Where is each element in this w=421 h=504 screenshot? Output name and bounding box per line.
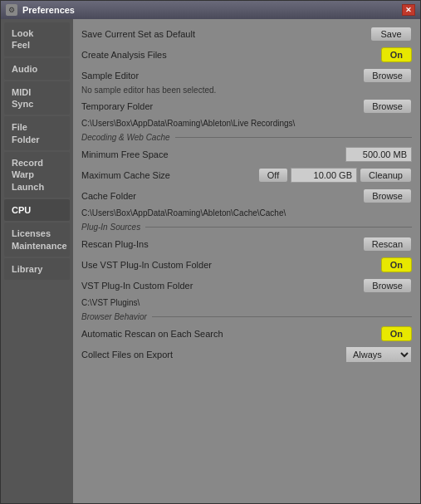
vst-folder-browse-button[interactable]: Browse [363, 278, 412, 293]
browser-behavior-divider: Browser Behavior [81, 312, 412, 321]
vst-folder-row: VST Plug-In Custom Folder Browse [81, 277, 412, 294]
sidebar-item-cpu[interactable]: CPU [4, 199, 70, 221]
create-analysis-label: Create Analysis Files [81, 50, 381, 60]
sidebar-item-midi[interactable]: MIDI Sync [4, 81, 70, 115]
sample-editor-label: Sample Editor [81, 71, 363, 81]
min-free-space-label: Minimum Free Space [81, 149, 345, 159]
max-cache-size-label: Maximum Cache Size [81, 170, 258, 180]
titlebar: ⚙ Preferences ✕ [1, 1, 420, 19]
save-current-label: Save Current Set as Default [81, 29, 370, 39]
rescan-button[interactable]: Rescan [363, 237, 412, 252]
decoding-section-label: Decoding & Web Cache [81, 133, 175, 142]
auto-rescan-row: Automatic Rescan on Each Search On [81, 325, 412, 342]
sidebar-item-library[interactable]: Library [4, 258, 70, 280]
collect-files-label: Collect Files on Export [81, 350, 345, 360]
max-cache-size-value: 10.00 GB [291, 168, 357, 183]
plugin-sources-divider: Plug-In Sources [81, 223, 412, 232]
collect-files-row: Collect Files on Export Always Ask Never [81, 346, 412, 363]
max-cache-size-row: Maximum Cache Size Off 10.00 GB Cleanup [81, 167, 412, 183]
cleanup-button[interactable]: Cleanup [360, 168, 412, 183]
save-current-row: Save Current Set as Default Save [81, 26, 412, 42]
close-button[interactable]: ✕ [402, 4, 415, 16]
cache-folder-label: Cache Folder [81, 191, 363, 201]
sidebar-item-licenses[interactable]: Licenses Maintenance [4, 223, 70, 257]
vst-folder-path: C:\VST Plugins\ [81, 298, 412, 307]
sample-editor-note: No sample editor has been selected. [81, 86, 412, 95]
browser-behavior-label: Browser Behavior [81, 312, 152, 321]
cache-folder-row: Cache Folder Browse [81, 188, 412, 204]
decoding-section-divider: Decoding & Web Cache [81, 133, 412, 142]
cache-folder-path: C:\Users\Box\AppData\Roaming\Ableton\Cac… [81, 208, 412, 218]
sample-editor-browse-button[interactable]: Browse [363, 68, 412, 83]
rescan-plugins-label: Rescan Plug-Ins [81, 239, 363, 249]
main-content: Look FeelAudioMIDI SyncFile FolderRecord… [1, 19, 420, 503]
temp-folder-browse-button[interactable]: Browse [363, 99, 412, 114]
use-vst-toggle[interactable]: On [381, 257, 412, 272]
plugin-sources-label: Plug-In Sources [81, 223, 145, 232]
save-button[interactable]: Save [370, 27, 412, 42]
use-vst-row: Use VST Plug-In Custom Folder On [81, 257, 412, 273]
temp-folder-row: Temporary Folder Browse [81, 98, 412, 115]
create-analysis-row: Create Analysis Files On [81, 46, 412, 63]
vst-folder-label: VST Plug-In Custom Folder [81, 281, 363, 291]
auto-rescan-toggle[interactable]: On [381, 326, 412, 341]
temp-folder-label: Temporary Folder [81, 101, 363, 111]
max-cache-controls: Off 10.00 GB Cleanup [258, 168, 412, 183]
temp-folder-path: C:\Users\Box\AppData\Roaming\Ableton\Liv… [81, 119, 412, 128]
min-free-space-value: 500.00 MB [345, 147, 412, 162]
create-analysis-toggle[interactable]: On [381, 47, 412, 62]
rescan-plugins-row: Rescan Plug-Ins Rescan [81, 236, 412, 252]
sidebar-item-audio[interactable]: Audio [4, 58, 70, 80]
sample-editor-row: Sample Editor Browse [81, 67, 412, 84]
use-vst-label: Use VST Plug-In Custom Folder [81, 260, 381, 270]
window-title: Preferences [22, 5, 402, 15]
max-cache-off-button[interactable]: Off [258, 168, 288, 183]
app-icon: ⚙ [6, 4, 17, 16]
preferences-window: ⚙ Preferences ✕ Look FeelAudioMIDI SyncF… [0, 0, 421, 504]
collect-files-select[interactable]: Always Ask Never [345, 346, 412, 363]
sidebar-item-record[interactable]: Record Warp Launch [4, 152, 70, 198]
sidebar: Look FeelAudioMIDI SyncFile FolderRecord… [1, 19, 73, 503]
sidebar-item-look[interactable]: Look Feel [4, 22, 70, 56]
auto-rescan-label: Automatic Rescan on Each Search [81, 329, 381, 339]
min-free-space-row: Minimum Free Space 500.00 MB [81, 146, 412, 163]
main-panel: Save Current Set as Default Save Create … [73, 19, 420, 503]
cache-folder-browse-button[interactable]: Browse [363, 188, 412, 203]
sidebar-item-file[interactable]: File Folder [4, 116, 70, 150]
